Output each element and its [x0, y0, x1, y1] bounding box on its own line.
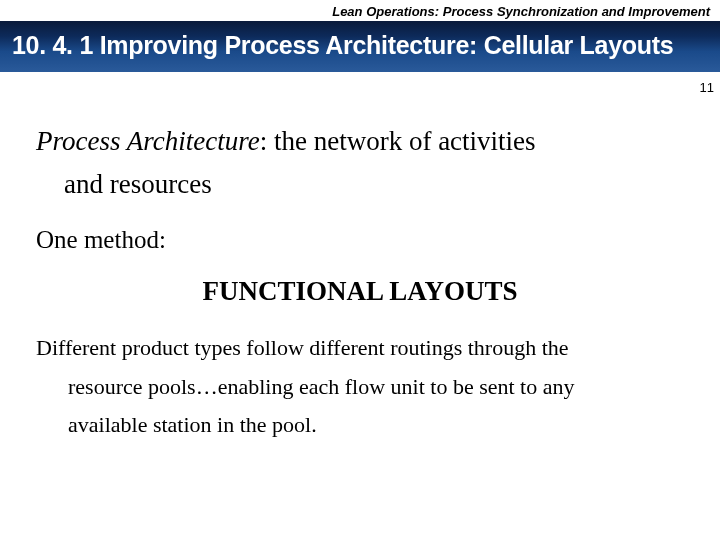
definition-rest: : the network of activities: [260, 126, 536, 156]
slide-header: Lean Operations: Process Synchronization…: [0, 0, 720, 21]
slide-title: 10. 4. 1 Improving Process Architecture:…: [0, 21, 720, 72]
slide-content: Process Architecture: the network of act…: [0, 72, 720, 445]
definition-term: Process Architecture: [36, 126, 260, 156]
one-method-label: One method:: [36, 226, 684, 254]
definition-block: Process Architecture: the network of act…: [36, 120, 684, 206]
body-paragraph: Different product types follow different…: [36, 329, 684, 445]
functional-layouts-heading: FUNCTIONAL LAYOUTS: [36, 276, 684, 307]
definition-line2: and resources: [36, 163, 684, 206]
body-line-1: Different product types follow different…: [36, 329, 684, 368]
page-number: 11: [700, 80, 714, 95]
body-line-2: resource pools…enabling each flow unit t…: [36, 368, 684, 407]
body-line-3: available station in the pool.: [36, 406, 684, 445]
